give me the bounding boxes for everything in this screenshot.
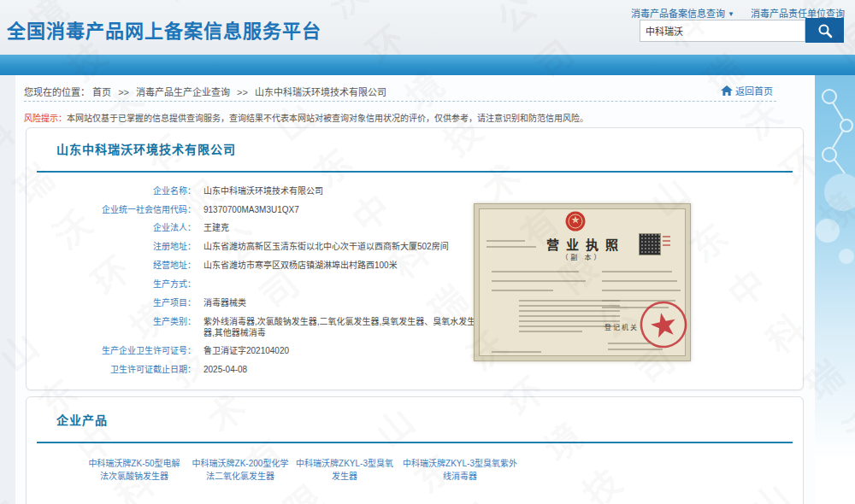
breadcrumb-separator: >> <box>237 87 248 97</box>
product-link[interactable]: 中科瑞沃牌ZK-200型化学法二氧化氯发生器 <box>188 457 292 483</box>
license-paper: 营业执照 （副 本） 登记机关 <box>479 208 686 356</box>
field-label: 企业统一社会信用代码： <box>27 204 196 215</box>
field-label: 企业名称： <box>27 185 196 196</box>
risk-label: 风险提示： <box>24 114 67 123</box>
breadcrumb-divider <box>24 101 776 102</box>
right-decor-strip <box>815 75 855 504</box>
heading-rule <box>37 442 793 443</box>
license-text-line <box>492 271 579 273</box>
field-value: 山东中科瑞沃环境技术有限公司 <box>203 185 323 196</box>
field-value: 2025-04-08 <box>203 364 247 375</box>
home-icon <box>721 85 733 97</box>
field-row-production-category: 生产类别：紫外线消毒器,次氯酸钠发生器,二氧化氯发生器,臭氧发生器、臭氧水发生器… <box>27 316 479 338</box>
license-side-text-line <box>663 240 670 242</box>
breadcrumb-current: 山东中科瑞沃环境技术有限公司 <box>255 87 386 97</box>
risk-text: 本网站仅基于已掌握的信息提供查询服务，查询结果不代表本网站对被查询对象信用状况的… <box>67 114 588 123</box>
license-text-line <box>608 349 663 350</box>
business-license-image: 营业执照 （副 本） 登记机关 <box>474 203 691 361</box>
breadcrumb-query-link[interactable]: 消毒产品生产企业查询 <box>136 87 230 97</box>
license-text-line <box>519 310 620 312</box>
field-value: 鲁卫消证字202104020 <box>203 345 289 356</box>
field-label: 经营地址： <box>27 260 196 271</box>
license-text-line <box>608 343 652 344</box>
search-input[interactable] <box>640 20 805 42</box>
field-row-company-name: 企业名称：山东中科瑞沃环境技术有限公司 <box>27 185 323 196</box>
search-button[interactable] <box>805 18 844 43</box>
field-row-registered-address: 注册地址：山东省潍坊高新区玉清东街以北中心次干道以西商新大厦502房间 <box>27 241 449 252</box>
search-icon <box>817 23 833 38</box>
field-value: 91370700MA3M3U1QX7 <box>203 204 299 215</box>
license-text-line <box>486 240 525 242</box>
field-row-credit-code: 企业统一社会信用代码：91370700MA3M3U1QX7 <box>27 204 299 215</box>
heading-rule <box>37 171 793 173</box>
risk-notice: 风险提示：本网站仅基于已掌握的信息提供查询服务，查询结果不代表本网站对被查询对象… <box>24 111 588 124</box>
company-name-heading: 山东中科瑞沃环境技术有限公司 <box>56 140 236 157</box>
field-row-hygiene-license-no: 生产企业卫生许可证号：鲁卫消证字202104020 <box>27 345 289 356</box>
field-value: 消毒器械类 <box>203 297 246 308</box>
company-products-panel: 企业产品 中科瑞沃牌ZK-50型电解法次氯酸钠发生器 中科瑞沃牌ZK-200型化… <box>26 396 804 504</box>
breadcrumb-prefix: 您现在的位置： <box>24 87 90 97</box>
breadcrumb-separator: >> <box>118 87 129 97</box>
product-link[interactable]: 中科瑞沃牌ZK-50型电解法次氯酸钠发生器 <box>86 457 182 483</box>
field-label: 生产方式： <box>27 278 196 290</box>
license-text-line <box>486 246 536 248</box>
field-row-production-mode: 生产方式： <box>27 278 203 290</box>
license-qr-code <box>639 233 661 255</box>
license-text-line <box>492 351 541 353</box>
field-label: 注册地址： <box>27 241 196 252</box>
license-text-line <box>519 315 620 317</box>
license-text-line <box>602 290 681 291</box>
license-text-line <box>519 331 582 332</box>
national-emblem-icon <box>564 210 587 232</box>
product-link[interactable]: 中科瑞沃牌ZKYL-3型臭氧紫外线消毒器 <box>401 457 519 483</box>
red-seal-icon <box>634 296 693 355</box>
field-row-business-address: 经营地址：山东省潍坊市寒亭区双杨店镇湖淋埠出村路西100米 <box>27 260 398 271</box>
license-text-line <box>492 280 586 282</box>
license-text-line <box>492 290 553 291</box>
field-label: 生产项目： <box>27 297 196 308</box>
product-link[interactable]: 中科瑞沃牌ZKYL-3型臭氧发生器 <box>295 457 394 483</box>
back-home-link[interactable]: 返回首页 <box>721 84 773 97</box>
field-label: 企业法人： <box>27 222 196 233</box>
site-title: 全国消毒产品网上备案信息服务平台 <box>7 15 321 43</box>
left-margin-strip <box>0 75 15 504</box>
field-label: 生产类别： <box>27 316 196 327</box>
company-info-panel: 山东中科瑞沃环境技术有限公司 企业名称：山东中科瑞沃环境技术有限公司 企业统一社… <box>26 127 804 390</box>
field-value: 山东省潍坊高新区玉清东街以北中心次干道以西商新大厦502房间 <box>203 241 449 252</box>
breadcrumb-home-link[interactable]: 首页 <box>92 87 111 97</box>
license-side-text-line <box>663 236 670 237</box>
field-row-legal-person: 企业法人：王建克 <box>27 222 229 233</box>
nav-record-info-query[interactable]: 消毒产品备案信息查询▼ <box>631 9 734 19</box>
license-side-text-line <box>663 244 670 246</box>
field-value: 山东省潍坊市寒亭区双杨店镇湖淋埠出村路西100米 <box>203 260 398 271</box>
blue-nav-bar <box>0 55 855 75</box>
license-issuer-label: 登记机关 <box>604 322 639 331</box>
breadcrumb: 您现在的位置： 首页 >> 消毒产品生产企业查询 >> 山东中科瑞沃环境技术有限… <box>24 85 386 98</box>
page-header: 全国消毒产品网上备案信息服务平台 消毒产品备案信息查询▼ 消毒产品责任单位查询 <box>0 0 855 55</box>
field-value: 王建克 <box>203 222 229 233</box>
license-text-line <box>602 271 672 273</box>
field-row-production-item: 生产项目：消毒器械类 <box>27 297 246 308</box>
field-label: 生产企业卫生许可证号： <box>27 345 196 356</box>
field-value: 紫外线消毒器,次氯酸钠发生器,二氧化氯发生器,臭氧发生器、臭氧水发生器,其他器械… <box>203 316 479 338</box>
field-row-license-expiry: 卫生许可证截止日期：2025-04-08 <box>27 364 247 375</box>
field-label: 卫生许可证截止日期： <box>27 364 196 375</box>
products-heading: 企业产品 <box>56 411 108 428</box>
license-text-line <box>602 280 677 282</box>
chevron-down-icon: ▼ <box>728 10 734 18</box>
